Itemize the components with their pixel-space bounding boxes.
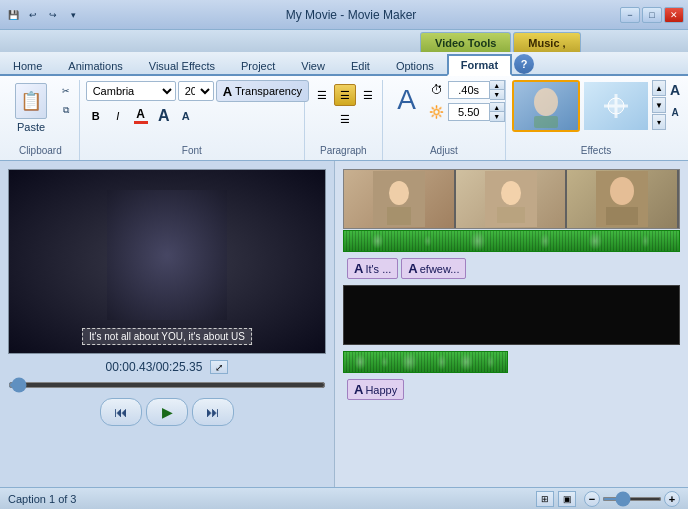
font-color-button[interactable]: A <box>130 106 152 126</box>
tab-view[interactable]: View <box>288 54 338 76</box>
tab-music[interactable]: Music , <box>513 32 580 52</box>
font-color-letter: A <box>136 108 145 120</box>
bold-button[interactable]: B <box>86 106 106 126</box>
caption-text-2: efwew... <box>420 263 460 275</box>
clipboard-actions: ✂ ⧉ <box>56 82 76 119</box>
video-track <box>343 169 680 252</box>
timecode-row: 00:00.43/00:25.35 ⤢ <box>8 360 326 374</box>
zoom-slider[interactable] <box>602 497 662 501</box>
text-shrink-button[interactable]: A <box>670 102 680 122</box>
undo-icon[interactable]: ↩ <box>24 6 42 24</box>
audio-waveform-1 <box>343 230 680 252</box>
fade-input[interactable] <box>448 103 490 121</box>
fast-forward-button[interactable]: ⏭ <box>192 398 234 426</box>
playback-slider[interactable] <box>8 382 326 388</box>
effect-thumb-1[interactable] <box>512 80 580 132</box>
caption-item-3[interactable]: A Happy <box>347 379 404 400</box>
caption-single: A Happy <box>343 379 680 400</box>
tab-video-tools[interactable]: Video Tools <box>420 32 511 52</box>
paste-icon: 📋 <box>15 83 47 119</box>
maximize-button[interactable]: □ <box>642 7 662 23</box>
caption-item-2[interactable]: A efwew... <box>401 258 466 279</box>
duration-down[interactable]: ▼ <box>490 90 504 99</box>
tab-format[interactable]: Format <box>447 54 512 76</box>
video-preview: It's not all about YOU, it's about US <box>8 169 326 354</box>
effects-scroll-expand[interactable]: ▾ <box>652 114 666 130</box>
duration-icon: ⏱ <box>428 81 446 99</box>
caption-a-2: A <box>408 261 417 276</box>
effects-scroll-up[interactable]: ▲ <box>652 80 666 96</box>
caption-a-3: A <box>354 382 363 397</box>
cut-button[interactable]: ✂ <box>56 82 76 100</box>
text-grow-button[interactable]: A <box>670 80 680 100</box>
caption-a-1: A <box>354 261 363 276</box>
wave-bumps-1 <box>344 231 679 251</box>
paste-button[interactable]: 📋 Paste <box>8 80 54 136</box>
tab-home[interactable]: Home <box>0 54 55 76</box>
svg-point-12 <box>610 177 634 205</box>
zoom-in-button[interactable]: + <box>664 491 680 507</box>
svg-rect-10 <box>497 207 525 223</box>
effect-preview-1 <box>514 82 578 130</box>
paragraph-group: ☰ ☰ ☰ ☰ Paragraph <box>305 80 383 160</box>
align-right-button[interactable]: ☰ <box>357 84 379 106</box>
help-button[interactable]: ? <box>514 54 534 74</box>
caption-text-1: It's ... <box>365 263 391 275</box>
split-view-button[interactable]: ⊞ <box>536 491 554 507</box>
align-center-button[interactable]: ☰ <box>334 84 356 106</box>
fade-up[interactable]: ▲ <box>490 103 504 112</box>
full-view-button[interactable]: ▣ <box>558 491 576 507</box>
font-size-select[interactable]: 20 <box>178 81 214 101</box>
zoom-out-button[interactable]: − <box>584 491 600 507</box>
svg-point-1 <box>534 88 558 116</box>
font-label: Font <box>86 143 298 156</box>
preview-caption: It's not all about YOU, it's about US <box>82 328 252 345</box>
quick-access-toolbar[interactable]: 💾 ↩ ↪ ▾ <box>4 6 82 24</box>
ribbon-tabs: Home Animations Visual Effects Project V… <box>0 52 688 76</box>
font-shrink-button[interactable]: A <box>176 106 196 126</box>
tab-edit[interactable]: Edit <box>338 54 383 76</box>
playback-slider-row <box>8 378 326 390</box>
timeline-panel: A It's ... A efwew... A Happy <box>335 161 688 487</box>
audio-waveform-2 <box>343 351 508 373</box>
caption-items: A It's ... A efwew... <box>343 258 680 279</box>
tab-visual-effects[interactable]: Visual Effects <box>136 54 228 76</box>
align-left-button[interactable]: ☰ <box>311 84 333 106</box>
svg-rect-2 <box>534 116 558 128</box>
close-button[interactable]: ✕ <box>664 7 684 23</box>
clipboard-label: Clipboard <box>8 143 73 156</box>
duration-input[interactable] <box>448 81 490 99</box>
redo-icon[interactable]: ↪ <box>44 6 62 24</box>
save-icon[interactable]: 💾 <box>4 6 22 24</box>
effect-thumb-2[interactable] <box>582 80 650 132</box>
svg-rect-7 <box>387 207 411 225</box>
tab-options[interactable]: Options <box>383 54 447 76</box>
dropdown-icon[interactable]: ▾ <box>64 6 82 24</box>
effects-scroll-down[interactable]: ▼ <box>652 97 666 113</box>
font-grow-button[interactable]: A <box>154 106 174 126</box>
ribbon-panel: 📋 Paste ✂ ⧉ Clipboard Cambria 20 <box>0 76 688 161</box>
window-controls[interactable]: − □ ✕ <box>620 7 684 23</box>
main-content: It's not all about YOU, it's about US 00… <box>0 161 688 487</box>
rewind-button[interactable]: ⏮ <box>100 398 142 426</box>
copy-button[interactable]: ⧉ <box>56 101 76 119</box>
expand-preview-button[interactable]: ⤢ <box>210 360 228 374</box>
italic-button[interactable]: I <box>108 106 128 126</box>
fade-down[interactable]: ▼ <box>490 112 504 121</box>
minimize-button[interactable]: − <box>620 7 640 23</box>
play-button[interactable]: ▶ <box>146 398 188 426</box>
svg-rect-13 <box>606 207 638 225</box>
tool-tabs-bar: Video Tools Music , <box>0 30 688 52</box>
preview-figure <box>107 190 227 320</box>
svg-point-6 <box>389 181 409 205</box>
font-family-select[interactable]: Cambria <box>86 81 176 101</box>
tab-project[interactable]: Project <box>228 54 288 76</box>
effects-scroll[interactable]: ▲ ▼ ▾ <box>652 80 666 130</box>
caption-item-1[interactable]: A It's ... <box>347 258 398 279</box>
transparency-button[interactable]: A Transparency <box>216 80 309 102</box>
tab-animations[interactable]: Animations <box>55 54 135 76</box>
effects-group: ▲ ▼ ▾ A A Effects <box>506 80 686 160</box>
align-para-button[interactable]: ☰ <box>311 108 379 130</box>
adjust-label: Adjust <box>389 143 499 156</box>
duration-up[interactable]: ▲ <box>490 81 504 90</box>
